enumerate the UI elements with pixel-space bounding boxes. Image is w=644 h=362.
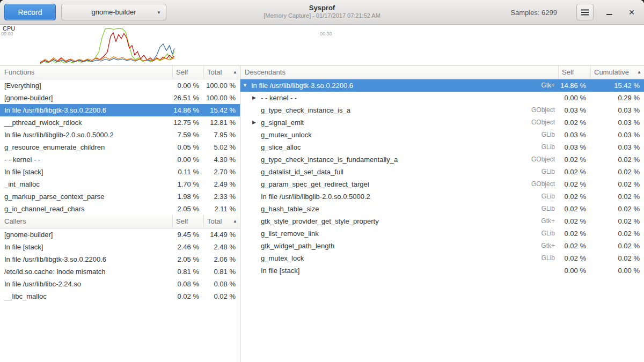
total-value: 100.00 % (203, 79, 240, 92)
function-name: - - kernel - - (261, 92, 297, 104)
close-button[interactable]: × (623, 4, 641, 20)
table-row[interactable]: /etc/ld.so.cache: inode mismatch0.81 %0.… (0, 265, 240, 278)
tree-row-name-area: In file [stack] (240, 264, 558, 277)
table-row[interactable]: In file /usr/lib/libglib-2.0.so.0.5000.2… (0, 129, 240, 141)
tree-row[interactable]: gtk_style_provider_get_style_propertyGtk… (240, 215, 644, 227)
cpu-graph-area[interactable]: CPU 00:00 00:30 (0, 25, 644, 66)
function-name: g_slice_alloc (261, 141, 301, 153)
minimize-button[interactable] (600, 4, 618, 20)
profile-target-dropdown[interactable]: gnome-builder ▼ (61, 4, 166, 20)
tree-row[interactable]: ▼In file /usr/lib/libgtk-3.so.0.2200.6Gt… (240, 79, 644, 92)
functions-column-header[interactable]: Functions (0, 66, 172, 79)
tree-row[interactable]: g_param_spec_get_redirect_targetGObject0… (240, 178, 644, 190)
tree-indent (240, 110, 252, 110)
tree-row-name-area: g_type_check_instance_is_fundamentally_a… (240, 153, 558, 166)
record-button[interactable]: Record (4, 4, 56, 20)
cumulative-value: 15.42 % (590, 79, 644, 92)
tree-indent (240, 135, 252, 135)
tree-row[interactable]: g_hash_table_sizeGLib0.02 %0.02 % (240, 203, 644, 215)
menu-button[interactable] (576, 4, 594, 20)
tree-row[interactable]: g_slice_allocGLib0.03 %0.03 % (240, 141, 644, 153)
table-row[interactable]: __libc_malloc0.02 %0.02 % (0, 290, 240, 302)
functions-self-column-header[interactable]: Self (172, 66, 203, 79)
expander-icon[interactable]: ▶ (252, 116, 261, 129)
descendants-column-header[interactable]: Descendants (240, 66, 558, 79)
capture-subtitle: [Memory Capture] - 01/17/2017 07:21:52 A… (264, 12, 380, 19)
cpu-usage-chart (0, 27, 644, 65)
tree-row[interactable]: ▶- - kernel - -0.00 %0.29 % (240, 92, 644, 104)
function-name: g_mutex_lock (261, 252, 304, 264)
headerbar: Record gnome-builder ▼ Sysprof [Memory C… (0, 0, 644, 25)
expander-icon[interactable]: ▼ (243, 79, 251, 92)
window-title-block: Sysprof [Memory Capture] - 01/17/2017 07… (264, 3, 380, 19)
tree-row[interactable]: In file [stack]0.00 %0.00 % (240, 264, 644, 277)
tree-row-name-area: g_datalist_id_set_data_fullGLib (240, 166, 558, 178)
cumulative-value: 0.03 % (590, 129, 644, 141)
tree-row-name-area: gtk_style_provider_get_style_propertyGtk… (240, 215, 558, 227)
tree-row[interactable]: g_datalist_id_set_data_fullGLib0.02 %0.0… (240, 166, 644, 178)
cumulative-column-label: Cumulative (594, 66, 629, 79)
table-row[interactable]: In file /usr/lib/libgtk-3.so.0.2200.614.… (0, 104, 240, 116)
table-row[interactable]: In file [stack]0.11 %2.70 % (0, 166, 240, 178)
function-name: In file [stack] (0, 166, 172, 178)
self-value: 0.05 % (172, 141, 203, 153)
function-name: g_datalist_id_set_data_full (261, 166, 343, 178)
table-row[interactable]: _int_malloc1.70 %2.49 % (0, 178, 240, 190)
tree-row[interactable]: g_mutex_lockGLib0.02 %0.02 % (240, 252, 644, 264)
function-name: __libc_malloc (0, 290, 172, 302)
function-name: g_resource_enumerate_children (0, 141, 172, 153)
self-value: 0.03 % (558, 129, 590, 141)
expander-icon[interactable]: ▶ (252, 92, 261, 104)
table-row[interactable]: g_resource_enumerate_children0.05 %5.02 … (0, 141, 240, 153)
tree-row-name-area: g_slice_allocGLib (240, 141, 558, 153)
function-name: In file [stack] (0, 241, 172, 253)
function-name: [Everything] (0, 79, 172, 92)
tree-indent (240, 209, 252, 209)
callers-column-header[interactable]: Callers (0, 215, 172, 228)
functions-total-column-header[interactable]: Total ▲ (203, 66, 240, 79)
table-row[interactable]: In file /usr/lib/libgtk-3.so.0.2200.62.0… (0, 253, 240, 265)
total-value: 2.11 % (203, 203, 240, 215)
cumulative-value: 0.03 % (590, 104, 644, 116)
library-badge: Gtk+ (536, 79, 558, 92)
table-row[interactable]: __pthread_rwlock_rdlock12.75 %12.81 % (0, 116, 240, 129)
table-row[interactable]: - - kernel - -0.00 %4.30 % (0, 153, 240, 166)
table-row[interactable]: g_markup_parse_context_parse1.98 %2.33 % (0, 190, 240, 203)
callers-self-column-header[interactable]: Self (172, 215, 203, 228)
table-row[interactable]: [gnome-builder]9.45 %14.49 % (0, 228, 240, 241)
table-row[interactable]: In file /usr/lib/libc-2.24.so0.08 %0.08 … (0, 278, 240, 290)
self-value: 2.05 % (172, 253, 203, 265)
total-value: 12.81 % (203, 116, 240, 129)
self-value: 0.02 % (558, 252, 590, 264)
tree-row-name-area: ▼In file /usr/lib/libgtk-3.so.0.2200.6Gt… (240, 79, 558, 92)
tree-indent (240, 147, 252, 147)
tree-indent (240, 184, 252, 184)
function-name: g_signal_emit (261, 116, 304, 129)
table-row[interactable]: [gnome-builder]26.51 %100.00 % (0, 92, 240, 104)
table-row[interactable]: [Everything]0.00 %100.00 % (0, 79, 240, 92)
self-value: 0.02 % (558, 215, 590, 227)
tree-row[interactable]: In file /usr/lib/libglib-2.0.so.0.5000.2… (240, 190, 644, 203)
tree-row[interactable]: g_type_check_instance_is_fundamentally_a… (240, 153, 644, 166)
tree-row[interactable]: ▶g_signal_emitGObject0.02 %0.03 % (240, 116, 644, 129)
tree-row-name-area: ▶- - kernel - - (240, 92, 558, 104)
total-column-label: Total (207, 215, 222, 228)
self-value: 0.02 % (558, 190, 590, 203)
tree-row[interactable]: g_mutex_unlockGLib0.03 %0.03 % (240, 129, 644, 141)
function-name: g_hash_table_size (261, 203, 319, 215)
self-value: 0.02 % (558, 166, 590, 178)
table-row[interactable]: g_io_channel_read_chars2.05 %2.11 % (0, 203, 240, 215)
descendants-self-column-header[interactable]: Self (558, 66, 590, 79)
tree-row[interactable]: g_type_check_instance_is_aGObject0.03 %0… (240, 104, 644, 116)
tree-row[interactable]: g_list_remove_linkGLib0.02 %0.02 % (240, 227, 644, 240)
self-value: 1.98 % (172, 190, 203, 203)
cumulative-column-header[interactable]: Cumulative ▲ (590, 66, 644, 79)
total-value: 14.49 % (203, 228, 240, 241)
descendants-panel: Descendants Self Cumulative ▲ ▼In file /… (240, 66, 644, 362)
table-row[interactable]: In file [stack]2.46 %2.48 % (0, 241, 240, 253)
callers-total-column-header[interactable]: Total ▲ (203, 215, 240, 228)
tree-indent (240, 98, 252, 98)
self-value: 0.02 % (558, 203, 590, 215)
tree-row[interactable]: gtk_widget_path_lengthGtk+0.02 %0.02 % (240, 240, 644, 252)
functions-table: [Everything]0.00 %100.00 %[gnome-builder… (0, 79, 240, 215)
